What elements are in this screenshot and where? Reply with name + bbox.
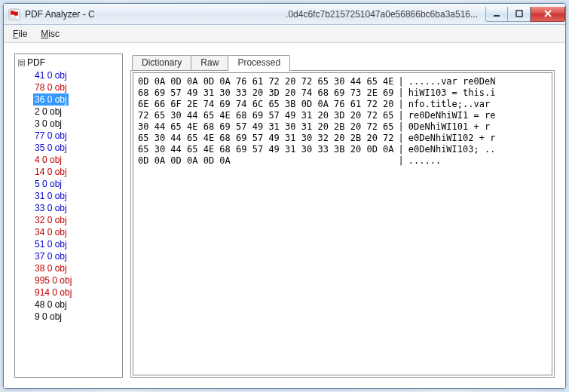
hex-bytes: 72 65 30 44 65 4E 68 69 57 49 31 20 3D 2…	[138, 110, 394, 121]
hex-ascii: nfo.title;..var	[408, 99, 496, 110]
client-area: ⊟ PDF 41 0 obj78 0 obj36 0 obj2 0 obj3 0…	[4, 43, 565, 388]
tab-processed[interactable]: Processed	[228, 55, 290, 71]
minimize-button[interactable]	[485, 7, 508, 22]
tree-item[interactable]: 48 0 obj	[33, 299, 121, 311]
tree-root[interactable]: ⊟ PDF	[17, 56, 121, 69]
hex-row: 65 30 44 65 4E 68 69 57 49 31 30 32 20 2…	[138, 133, 547, 144]
hex-bytes: 65 30 44 65 4E 68 69 57 49 31 30 32 20 2…	[138, 133, 394, 144]
tree-item[interactable]: 14 0 obj	[33, 166, 121, 178]
app-icon	[8, 8, 20, 20]
tab-dictionary[interactable]: Dictionary	[132, 55, 191, 70]
hex-row: 0D 0A 0D 0A 0D 0A 76 61 72 20 72 65 30 4…	[138, 76, 547, 87]
hex-separator: |	[394, 87, 408, 99]
maximize-button[interactable]	[508, 7, 531, 22]
hex-ascii: e0DeNhiWI103; ..	[408, 144, 496, 155]
hex-separator: |	[394, 110, 408, 121]
tree-collapse-icon[interactable]: ⊟	[18, 60, 25, 66]
tree-item[interactable]: 38 0 obj	[33, 262, 121, 274]
hex-separator: |	[394, 76, 408, 87]
hex-separator: |	[394, 155, 408, 167]
tree-item[interactable]: 914 0 obj	[33, 286, 121, 299]
svg-rect-1	[494, 15, 500, 17]
hex-bytes: 0D 0A 0D 0A 0D 0A 76 61 72 20 72 65 30 4…	[138, 76, 394, 87]
hex-ascii: ......	[408, 155, 441, 167]
tree-item[interactable]: 4 0 obj	[33, 154, 121, 166]
hex-ascii: e0DeNhiWI102 + r	[408, 133, 496, 144]
tree-item[interactable]: 32 0 obj	[33, 214, 121, 226]
hex-separator: |	[394, 121, 408, 133]
hex-bytes: 68 69 57 49 31 30 33 20 3D 20 74 68 69 7…	[138, 87, 394, 99]
close-button[interactable]	[531, 7, 565, 22]
app-window: PDF Analyzer - C .0d4c6fc7b2157251047a0e…	[3, 3, 566, 389]
hex-separator: |	[394, 144, 408, 155]
hex-ascii: 0DeNhiWI101 + r	[408, 121, 490, 133]
hex-bytes: 6E 66 6F 2E 74 69 74 6C 65 3B 0D 0A 76 6…	[138, 99, 394, 110]
hex-separator: |	[394, 99, 408, 110]
tab-raw[interactable]: Raw	[191, 55, 228, 70]
tree-item[interactable]: 2 0 obj	[33, 106, 121, 118]
titlebar[interactable]: PDF Analyzer - C .0d4c6fc7b2157251047a0e…	[4, 4, 565, 25]
tree-item[interactable]: 995 0 obj	[33, 274, 121, 286]
hex-ascii: hiWI103 = this.i	[408, 87, 496, 99]
tree-item[interactable]: 41 0 obj	[33, 69, 121, 81]
hex-row: 68 69 57 49 31 30 33 20 3D 20 74 68 69 7…	[138, 87, 547, 99]
hex-bytes: 65 30 44 65 4E 68 69 57 49 31 30 33 3B 2…	[138, 144, 394, 155]
tree-item[interactable]: 31 0 obj	[33, 190, 121, 202]
hex-ascii: re0DeNhiWI1 = re	[408, 110, 496, 121]
menubar: File Misc	[4, 25, 565, 43]
window-title-extra: .0d4c6fc7b2157251047a0e56866bc6ba3a516..…	[286, 9, 481, 20]
tree-item[interactable]: 78 0 obj	[33, 81, 121, 93]
tree-item[interactable]: 33 0 obj	[33, 202, 121, 214]
tree-item[interactable]: 35 0 obj	[33, 142, 121, 154]
hex-bytes: 30 44 65 4E 68 69 57 49 31 30 31 20 2B 2…	[138, 121, 394, 133]
hex-row: 65 30 44 65 4E 68 69 57 49 31 30 33 3B 2…	[138, 144, 547, 155]
hex-row: 30 44 65 4E 68 69 57 49 31 30 31 20 2B 2…	[138, 121, 547, 133]
tree-item[interactable]: 34 0 obj	[33, 226, 121, 238]
hex-view[interactable]: 0D 0A 0D 0A 0D 0A 76 61 72 20 72 65 30 4…	[133, 72, 552, 375]
object-tree[interactable]: ⊟ PDF 41 0 obj78 0 obj36 0 obj2 0 obj3 0…	[14, 54, 123, 378]
svg-rect-2	[516, 11, 522, 17]
tree-item[interactable]: 77 0 obj	[33, 130, 121, 142]
hex-separator: |	[394, 133, 408, 144]
right-panel: DictionaryRawProcessed 0D 0A 0D 0A 0D 0A…	[130, 54, 555, 378]
tree-item[interactable]: 36 0 obj	[33, 93, 69, 106]
tree-items: 41 0 obj78 0 obj36 0 obj2 0 obj3 0 obj77…	[17, 69, 121, 323]
menu-file[interactable]: File	[7, 27, 33, 41]
hex-row: 72 65 30 44 65 4E 68 69 57 49 31 20 3D 2…	[138, 110, 547, 121]
hex-bytes: 0D 0A 0D 0A 0D 0A	[138, 155, 394, 167]
tree-item[interactable]: 9 0 obj	[33, 311, 121, 323]
tree-item[interactable]: 3 0 obj	[33, 118, 121, 130]
window-buttons	[485, 7, 565, 22]
tab-strip: DictionaryRawProcessed	[130, 54, 555, 70]
hex-row: 6E 66 6F 2E 74 69 74 6C 65 3B 0D 0A 76 6…	[138, 99, 547, 110]
tree-item[interactable]: 37 0 obj	[33, 250, 121, 262]
window-title: PDF Analyzer - C	[25, 9, 110, 20]
tree-item[interactable]: 5 0 obj	[33, 178, 121, 190]
hex-row: 0D 0A 0D 0A 0D 0A |......	[138, 155, 547, 167]
content-frame: 0D 0A 0D 0A 0D 0A 76 61 72 20 72 65 30 4…	[130, 70, 555, 378]
hex-ascii: ......var re0DeN	[408, 76, 496, 87]
menu-misc[interactable]: Misc	[35, 27, 66, 41]
tree-item[interactable]: 51 0 obj	[33, 238, 121, 250]
tree-root-label: PDF	[27, 57, 45, 68]
